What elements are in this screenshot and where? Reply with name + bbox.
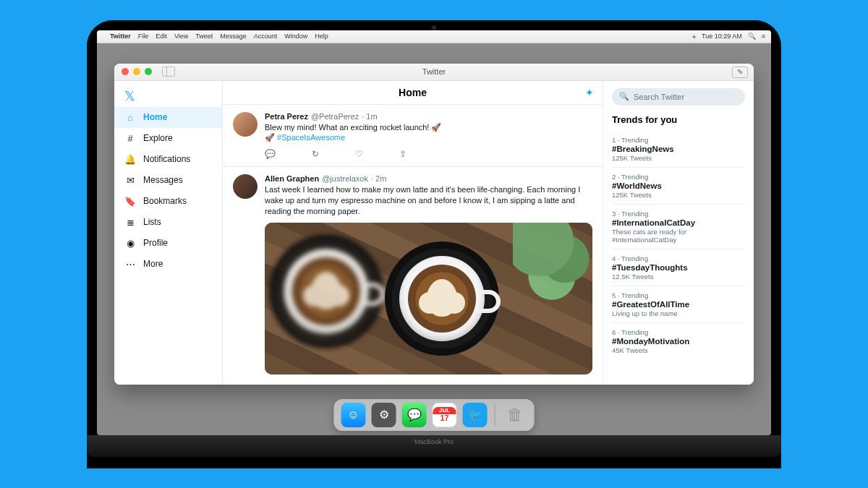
window-title: Twitter — [114, 67, 754, 76]
hashtag-link[interactable]: #SpaceIsAwesome — [277, 133, 345, 142]
tweet-text: Last week I learned how to make my own l… — [265, 184, 592, 217]
mac-menubar: Twitter File Edit View Tweet Message Acc… — [97, 30, 771, 43]
trend-count: 12.5K Tweets — [612, 273, 745, 281]
screen: Twitter File Edit View Tweet Message Acc… — [97, 30, 771, 435]
menubar-item[interactable]: Window — [284, 33, 307, 40]
explore-icon: # — [124, 133, 136, 144]
trend-meta: 2 · Trending — [612, 173, 745, 181]
trend-meta: 4 · Trending — [612, 254, 745, 262]
avatar[interactable] — [233, 112, 258, 137]
sidebar-item-bookmarks[interactable]: 🔖Bookmarks — [114, 191, 222, 212]
trend-tag: #MondayMotivation — [612, 337, 745, 346]
search-placeholder: Search Twitter — [634, 93, 684, 101]
sidebar-item-more[interactable]: ⋯More — [114, 254, 222, 275]
sidebar-item-label: More — [143, 259, 163, 269]
sidebar-item-explore[interactable]: #Explore — [114, 128, 222, 149]
dock: ☺ ⚙ 💬 JUL17 🐦 🗑 — [334, 399, 535, 431]
laptop-hinge: MacBook Pro — [87, 435, 781, 457]
menubar-clock[interactable]: Tue 10:29 AM — [702, 33, 742, 40]
tweet-author-name[interactable]: Petra Perez — [265, 112, 308, 121]
camera — [432, 25, 437, 30]
tweet-author-handle[interactable]: @justrelaxok — [322, 174, 368, 183]
retweet-button[interactable]: ↻ — [312, 149, 319, 159]
menubar-item[interactable]: Edit — [156, 33, 167, 40]
trend-item[interactable]: 3 · Trending#InternationalCatDayThese ca… — [612, 204, 745, 249]
tweet[interactable]: Allen Graphen @justrelaxok · 2m Last wee… — [223, 167, 603, 382]
search-icon: 🔍 — [619, 92, 629, 101]
profile-icon: ◉ — [124, 238, 136, 249]
trend-count: 45K Tweets — [612, 346, 745, 354]
sidebar-item-label: Bookmarks — [143, 196, 187, 206]
menubar-item[interactable]: Help — [315, 33, 328, 40]
compose-tweet-button[interactable]: ✎ — [732, 67, 748, 78]
trend-item[interactable]: 1 · Trending#BreakingNews125K Tweets — [612, 131, 745, 167]
trend-tag: #GreatestOfAllTime — [612, 300, 745, 309]
reply-button[interactable]: 💬 — [265, 149, 276, 159]
trend-meta: 1 · Trending — [612, 136, 745, 144]
sidebar-item-label: Messages — [143, 175, 183, 185]
envelope-icon: ✉ — [124, 175, 136, 186]
sidebar-item-lists[interactable]: ≣Lists — [114, 212, 222, 233]
desktop: Twitter ✎ 𝕏 ⌂Home #Explore 🔔Notification… — [97, 43, 771, 435]
dock-app-settings[interactable]: ⚙ — [372, 403, 396, 427]
sidebar-item-profile[interactable]: ◉Profile — [114, 233, 222, 254]
menubar-item[interactable]: Account — [254, 33, 278, 40]
wifi-icon[interactable]: ⏚ — [692, 33, 696, 40]
sidebar-item-label: Explore — [143, 133, 173, 143]
menubar-app[interactable]: Twitter — [110, 33, 131, 40]
trends-panel: Trends for you 1 · Trending#BreakingNews… — [612, 114, 745, 359]
trend-item[interactable]: 4 · Trending#TuesdayThoughts12.5K Tweets — [612, 249, 745, 286]
window-titlebar[interactable]: Twitter ✎ — [114, 64, 754, 81]
trend-item[interactable]: 6 · Trending#MondayMotivation45K Tweets — [612, 322, 745, 359]
trend-count: Living up to the name — [612, 309, 745, 317]
menubar-item[interactable]: View — [174, 33, 188, 40]
dock-separator — [495, 404, 495, 426]
sidebar-item-notifications[interactable]: 🔔Notifications — [114, 149, 222, 170]
tweet-author-handle[interactable]: @PetraPerez — [311, 112, 359, 121]
dock-app-finder[interactable]: ☺ — [341, 403, 366, 427]
feed-header: Home ✦ — [223, 81, 603, 105]
home-icon: ⌂ — [124, 112, 136, 123]
search-input[interactable]: 🔍 Search Twitter — [612, 88, 745, 106]
more-icon: ⋯ — [124, 259, 136, 270]
sidebar-item-label: Lists — [143, 217, 161, 227]
sidebar-item-label: Home — [143, 112, 167, 122]
control-center-icon[interactable]: ≡ — [762, 33, 765, 40]
trend-item[interactable]: 2 · Trending#WorldNews125K Tweets — [612, 167, 745, 204]
tweet-text: Blew my mind! What an exciting rocket la… — [265, 122, 592, 144]
like-button[interactable]: ♡ — [355, 149, 363, 159]
twitter-logo-icon[interactable]: 𝕏 — [114, 85, 222, 107]
window-content: 𝕏 ⌂Home #Explore 🔔Notifications ✉Message… — [114, 81, 754, 385]
trend-tag: #TuesdayThoughts — [612, 263, 745, 272]
avatar[interactable] — [233, 174, 258, 199]
tweet-time: · 2m — [371, 174, 386, 183]
menubar-item[interactable]: Message — [220, 33, 247, 40]
trend-count: These cats are ready for #InternationalC… — [612, 228, 745, 244]
trend-meta: 3 · Trending — [612, 210, 745, 218]
trend-meta: 6 · Trending — [612, 328, 745, 336]
right-rail: 🔍 Search Twitter Trends for you 1 · Tren… — [603, 81, 754, 385]
dock-app-calendar[interactable]: JUL17 — [433, 403, 457, 427]
share-button[interactable]: ⇪ — [399, 149, 407, 159]
menubar-item[interactable]: Tweet — [195, 33, 213, 40]
dock-app-twitter[interactable]: 🐦 — [463, 403, 488, 427]
spotlight-icon[interactable]: 🔍 — [748, 33, 756, 40]
dock-trash[interactable]: 🗑 — [503, 403, 527, 427]
sidebar-item-label: Profile — [143, 238, 168, 248]
trend-tag: #BreakingNews — [612, 145, 745, 153]
trend-item[interactable]: 5 · Trending#GreatestOfAllTimeLiving up … — [612, 286, 745, 322]
tweet[interactable]: Petra Perez @PetraPerez · 1m Blew my min… — [223, 105, 603, 168]
tweet-image[interactable] — [265, 223, 592, 374]
top-tweets-icon[interactable]: ✦ — [585, 87, 594, 98]
dock-app-messages[interactable]: 💬 — [402, 403, 427, 427]
tweet-body: Petra Perez @PetraPerez · 1m Blew my min… — [265, 112, 592, 160]
tweet-body: Allen Graphen @justrelaxok · 2m Last wee… — [265, 174, 592, 374]
sidebar: 𝕏 ⌂Home #Explore 🔔Notifications ✉Message… — [114, 81, 223, 385]
sidebar-item-home[interactable]: ⌂Home — [114, 107, 222, 128]
bell-icon: 🔔 — [124, 154, 136, 165]
sidebar-item-messages[interactable]: ✉Messages — [114, 170, 222, 191]
menubar-item[interactable]: File — [138, 33, 149, 40]
feed-title: Home — [399, 87, 427, 98]
trend-count: 125K Tweets — [612, 154, 745, 162]
tweet-author-name[interactable]: Allen Graphen — [265, 174, 319, 183]
